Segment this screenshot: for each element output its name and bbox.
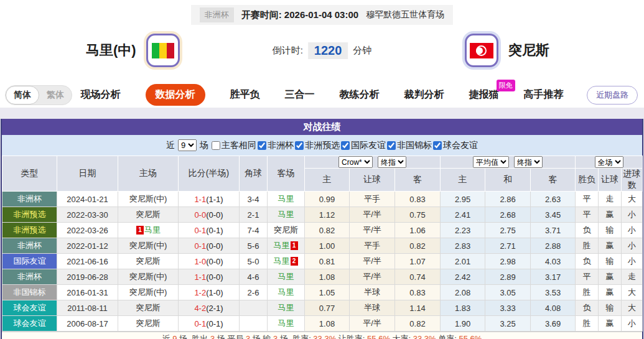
filter-checkbox[interactable]	[295, 141, 304, 150]
away-team-cell: 马里	[268, 207, 305, 223]
main-navbar: 简体 繁体 现场分析数据分析胜平负三合一教练分析裁判分析捷报猫限免高手推荐 近期…	[0, 82, 644, 108]
h2h-row: 球会友谊2006-08-17突尼斯0-1(0-1)马里1.08平/半0.821.…	[2, 316, 643, 332]
recent-trends-button[interactable]: 近期盘路	[587, 86, 638, 104]
avg-home-odds-cell: 2.42	[441, 269, 485, 285]
score-cell: 0-1(0-1)	[179, 223, 240, 238]
result-outcome-cell: 平	[576, 269, 599, 285]
h2h-row: 非洲杯2022-01-12突尼斯(中)0-1(0-0)5-6马里11.00平手0…	[2, 238, 643, 254]
filter-checkbox[interactable]	[387, 141, 396, 150]
avg-home-odds-cell: 1.83	[441, 300, 485, 316]
result-outcome-cell: 负	[576, 254, 599, 269]
match-date-cell: 2022-01-12	[57, 238, 118, 254]
countdown-unit: 分钟	[353, 45, 371, 57]
filter-option[interactable]: 非国锦标	[387, 140, 432, 151]
red-card-badge: 1	[136, 226, 144, 235]
col-odds-away: 客	[395, 169, 441, 192]
home-team-cell: 突尼斯	[118, 316, 179, 332]
filter-option[interactable]: 非洲杯	[258, 140, 294, 151]
match-type-cell: 非洲预选	[2, 207, 57, 223]
summary-label: 大率:	[390, 334, 413, 339]
team-name-text: 马里	[274, 256, 290, 266]
team-name-text: 突尼斯	[136, 256, 161, 266]
kickoff-time: 开赛时间:2026-01-04 03:00	[241, 9, 358, 21]
average-final-select[interactable]: 终指	[514, 156, 543, 168]
nav-item[interactable]: 捷报猫限免	[469, 88, 499, 101]
filter-checkbox[interactable]	[258, 141, 266, 150]
handicap-line-cell: 平/半	[350, 223, 395, 238]
summary-label: 场, 胜率:	[278, 334, 313, 339]
result-handicap-cell: 走	[599, 192, 622, 207]
nav-item[interactable]: 现场分析	[81, 88, 121, 101]
result-handicap-cell: 赢	[599, 285, 622, 300]
col-result-goals: 进球数	[622, 169, 643, 192]
filter-checkbox[interactable]	[341, 141, 350, 150]
handicap-away-odds-cell: 0.75	[395, 207, 441, 223]
lang-traditional-button[interactable]: 繁体	[39, 86, 72, 104]
odds-provider-select[interactable]: Crow*	[338, 156, 373, 168]
average-select-cell: 平均值 终指	[441, 156, 576, 169]
match-date-cell: 2021-06-16	[57, 254, 118, 269]
score-cell: 1-1(0-0)	[179, 269, 240, 285]
avg-home-odds-cell: 2.41	[441, 207, 485, 223]
match-type-cell: 球会友谊	[2, 300, 57, 316]
home-team-cell: 突尼斯	[118, 207, 179, 223]
result-handicap-cell: 赢	[599, 238, 622, 254]
nav-item[interactable]: 数据分析	[146, 84, 205, 106]
nav-item[interactable]: 高手推荐	[524, 88, 564, 101]
h2h-row: 非洲杯2019-06-28突尼斯(中)1-1(0-0)4-6马里1.08平/半0…	[2, 269, 643, 285]
handicap-home-odds-cell: 1.05	[305, 285, 350, 300]
away-team-cell: 马里1	[268, 238, 305, 254]
filter-option-label: 非洲杯	[268, 140, 294, 151]
corner-cell: 5-6	[240, 238, 268, 254]
result-handicap-cell: 输	[599, 223, 622, 238]
nav-item[interactable]: 裁判分析	[404, 88, 444, 101]
corner-cell: 7-4	[240, 223, 268, 238]
match-count-select[interactable]: 9	[178, 139, 197, 151]
result-outcome-cell: 胜	[576, 285, 599, 300]
col-home: 主场	[118, 156, 179, 192]
filter-option[interactable]: 国际友谊	[341, 140, 386, 151]
result-goals-cell: 大	[622, 285, 643, 300]
nav-item[interactable]: 教练分析	[340, 88, 380, 101]
team-name-text: 突尼斯(中)	[129, 241, 167, 250]
handicap-home-odds-cell: 0.77	[305, 300, 350, 316]
avg-draw-odds-cell: 2.75	[485, 223, 531, 238]
avg-away-odds-cell: 2.88	[531, 238, 576, 254]
avg-away-odds-cell: 2.63	[531, 192, 576, 207]
away-team-cell: 突尼斯	[268, 223, 305, 238]
lang-simplified-button[interactable]: 简体	[6, 86, 39, 104]
filter-option[interactable]: 主客相同	[212, 140, 256, 151]
match-type-cell: 非洲预选	[2, 223, 57, 238]
team-name-text: 马里	[278, 272, 294, 281]
match-date-cell: 2022-03-30	[57, 207, 118, 223]
avg-draw-odds-cell: 2.71	[485, 238, 531, 254]
fulltime-score: 0-1	[194, 226, 206, 235]
team-name-text: 突尼斯	[274, 225, 298, 235]
avg-away-odds-cell: 3.53	[531, 285, 576, 300]
team-name-text: 突尼斯	[136, 303, 161, 312]
away-team-header: ★ 突尼斯	[465, 34, 549, 67]
filter-option[interactable]: 非洲预选	[295, 140, 340, 151]
handicap-home-odds-cell: 0.81	[305, 254, 350, 269]
filter-checkbox[interactable]	[433, 141, 442, 150]
result-goals-cell: 小	[622, 223, 643, 238]
col-avg-home: 主	[441, 169, 485, 192]
handicap-select-cell: Crow* 终指	[305, 156, 441, 169]
result-goals-cell: 走	[622, 269, 643, 285]
nav-item[interactable]: 胜平负	[230, 88, 260, 101]
scope-select[interactable]: 全场	[595, 156, 623, 168]
nav-item[interactable]: 三合一	[285, 88, 315, 101]
filter-checkbox[interactable]	[212, 141, 220, 150]
result-outcome-cell: 平	[576, 207, 599, 223]
handicap-line-cell: 平/半	[350, 254, 395, 269]
handicap-away-odds-cell: 0.83	[395, 192, 441, 207]
team-name-text: 马里	[278, 194, 294, 203]
halftime-score: (0-1)	[206, 226, 223, 235]
handicap-final-select[interactable]: 终指	[378, 156, 406, 168]
average-select[interactable]: 平均值	[473, 156, 509, 168]
filter-option[interactable]: 球会友谊	[433, 140, 478, 151]
score-cell: 0-0(0-0)	[179, 207, 240, 223]
score-cell: 4-2(2-1)	[179, 300, 240, 316]
result-outcome-cell: 胜	[576, 238, 599, 254]
filter-row: 近 9 场 主客相同非洲杯非洲预选国际友谊非国锦标球会友谊	[2, 135, 642, 156]
